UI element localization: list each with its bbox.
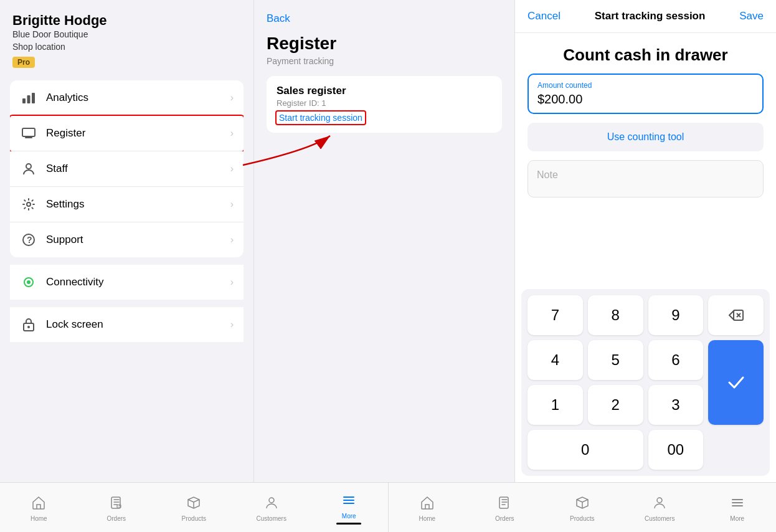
- counting-tool-button[interactable]: Use counting tool: [528, 123, 764, 151]
- middle-header: Back Register Payment tracking: [254, 0, 514, 66]
- staff-chevron: ›: [230, 163, 234, 174]
- svg-rect-4: [25, 137, 32, 138]
- tab-right-orders[interactable]: Orders: [466, 483, 544, 532]
- numpad-9[interactable]: 9: [648, 295, 704, 335]
- connectivity-icon: [20, 273, 37, 291]
- tab-left-more-label: More: [342, 513, 356, 520]
- staff-icon: [20, 160, 37, 178]
- support-icon: ?: [20, 231, 37, 249]
- middle-subtitle: Payment tracking: [267, 56, 502, 66]
- customers-icon-left: [265, 496, 278, 513]
- user-name: Brigitte Hodge: [12, 12, 241, 29]
- settings-icon: [20, 196, 37, 213]
- tab-left-home-label: Home: [31, 515, 47, 522]
- sidebar-item-analytics[interactable]: Analytics ›: [10, 80, 244, 116]
- sidebar-item-connectivity[interactable]: Connectivity ›: [10, 265, 244, 300]
- lock-icon: [20, 316, 37, 333]
- user-info: Brigitte Hodge Blue Door Boutique Shop l…: [10, 12, 244, 68]
- tab-right-orders-label: Orders: [495, 515, 514, 522]
- numpad-8[interactable]: 8: [588, 295, 643, 335]
- sidebar-item-support[interactable]: ? Support ›: [10, 222, 244, 257]
- numpad-2[interactable]: 2: [588, 385, 643, 425]
- svg-point-7: [27, 202, 31, 206]
- header-title: Start tracking session: [595, 10, 706, 22]
- user-location: Shop location: [12, 41, 241, 54]
- numpad-0[interactable]: 0: [528, 430, 643, 470]
- sidebar-item-register[interactable]: Register ›: [10, 116, 244, 151]
- products-icon: [187, 496, 201, 513]
- svg-rect-3: [22, 128, 35, 136]
- tab-left-customers[interactable]: Customers: [233, 483, 311, 532]
- numpad-1[interactable]: 1: [528, 385, 583, 425]
- tab-left-products[interactable]: Products: [155, 483, 233, 532]
- tab-right-products[interactable]: Products: [544, 483, 622, 532]
- save-button[interactable]: Save: [739, 10, 764, 22]
- sidebar-item-settings[interactable]: Settings ›: [10, 187, 244, 222]
- track-session-button[interactable]: Start tracking session: [277, 112, 365, 124]
- user-shop: Blue Door Boutique: [12, 29, 241, 41]
- support-chevron: ›: [230, 234, 234, 245]
- svg-point-20: [657, 498, 662, 503]
- tab-left-products-label: Products: [182, 515, 206, 522]
- connectivity-chevron: ›: [230, 277, 234, 288]
- analytics-chevron: ›: [230, 92, 234, 103]
- numpad-3[interactable]: 3: [648, 385, 704, 425]
- svg-point-6: [26, 164, 31, 169]
- tab-right-home-label: Home: [419, 515, 435, 522]
- right-content: Count cash in drawer Amount counted $200…: [515, 33, 776, 289]
- home-icon: [32, 496, 45, 513]
- back-button[interactable]: Back: [267, 12, 290, 25]
- numpad-7[interactable]: 7: [528, 295, 583, 335]
- more-icon-right: [731, 496, 744, 513]
- right-panel: Cancel Start tracking session Save Count…: [514, 0, 776, 482]
- register-label: Register: [46, 127, 230, 140]
- svg-rect-2: [32, 93, 35, 103]
- tab-right-more[interactable]: More: [699, 483, 777, 532]
- svg-rect-16: [111, 497, 120, 508]
- tab-left-home[interactable]: Home: [0, 483, 78, 532]
- more-icon-left: [342, 493, 356, 511]
- lock-section[interactable]: Lock screen ›: [10, 307, 244, 342]
- svg-rect-19: [499, 497, 508, 508]
- numpad-00[interactable]: 00: [648, 430, 704, 470]
- tab-left-orders-label: Orders: [106, 515, 126, 522]
- svg-rect-0: [22, 98, 26, 103]
- middle-title: Register: [267, 34, 502, 54]
- right-orders-icon: [498, 496, 511, 513]
- panel-main-title: Count cash in drawer: [528, 45, 764, 65]
- tab-right-home[interactable]: Home: [389, 483, 466, 532]
- bottom-tabbar: Home Orders Products Customers More: [0, 482, 776, 532]
- connectivity-section[interactable]: Connectivity ›: [10, 265, 244, 300]
- lock-chevron: ›: [230, 319, 234, 330]
- register-id: Register ID: 1: [277, 98, 492, 108]
- numpad-4[interactable]: 4: [528, 340, 583, 380]
- tab-left-orders[interactable]: Orders: [78, 483, 156, 532]
- right-panel-header: Cancel Start tracking session Save: [515, 0, 776, 33]
- right-home-icon: [420, 496, 434, 513]
- register-card-title: Sales register: [277, 85, 492, 97]
- analytics-label: Analytics: [46, 92, 230, 104]
- right-tab-section: Home Orders Products Customers More: [389, 483, 777, 532]
- note-field[interactable]: Note: [528, 160, 764, 197]
- tab-left-more[interactable]: More: [310, 483, 388, 532]
- connectivity-label: Connectivity: [46, 276, 230, 288]
- tab-right-customers[interactable]: Customers: [621, 483, 699, 532]
- orders-icon: [110, 496, 123, 513]
- tab-right-customers-label: Customers: [645, 515, 674, 522]
- numpad-backspace[interactable]: [708, 295, 764, 335]
- cancel-button[interactable]: Cancel: [528, 10, 561, 22]
- numpad-6[interactable]: 6: [648, 340, 704, 380]
- numpad-5[interactable]: 5: [588, 340, 643, 380]
- left-sidebar: Brigitte Hodge Blue Door Boutique Shop l…: [0, 0, 254, 482]
- staff-label: Staff: [46, 163, 230, 175]
- svg-rect-5: [27, 136, 31, 137]
- settings-label: Settings: [46, 198, 230, 211]
- svg-point-13: [27, 326, 30, 328]
- numpad: 7 8 9 4 5 6 1 2 3: [521, 289, 770, 476]
- numpad-confirm[interactable]: [708, 340, 764, 425]
- sidebar-item-staff[interactable]: Staff ›: [10, 151, 244, 187]
- amount-field-container[interactable]: Amount counted $200.00: [528, 74, 764, 114]
- sidebar-item-lock[interactable]: Lock screen ›: [10, 307, 244, 342]
- settings-chevron: ›: [230, 199, 234, 210]
- svg-point-18: [269, 498, 274, 503]
